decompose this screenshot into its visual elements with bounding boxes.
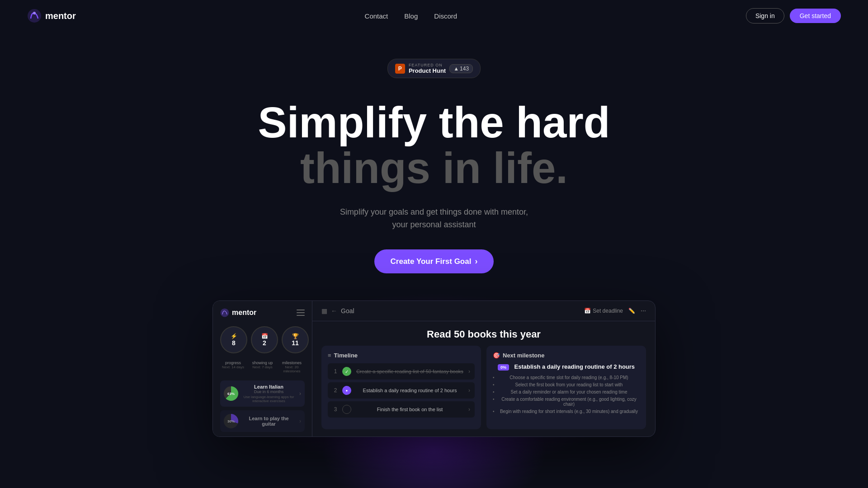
navbar: mentor Contact Blog Discord Sign in Get … [0, 0, 868, 32]
set-deadline-action[interactable]: 📅 Set deadline [584, 308, 623, 314]
cta-label: Create Your First Goal [391, 257, 472, 266]
goal-info-italian: Learn Italian Due in 6 months Use langua… [242, 384, 296, 403]
milestone-step-1: Choose a specific time slot for daily re… [493, 375, 640, 380]
ph-arrow: ▲ [453, 66, 459, 72]
stat-progress: ⚡ 8 [220, 326, 247, 353]
milestone-steps-list: Choose a specific time slot for daily re… [493, 375, 640, 414]
milestone-panel-title: Next milestone [503, 352, 544, 359]
sidebar-header: mentor [220, 308, 305, 317]
timeline-text-2: Establish a daily reading routine of 2 h… [355, 388, 465, 393]
timeline-item-2[interactable]: 2 ● Establish a daily reading routine of… [328, 382, 475, 399]
milestone-badge: 0% [498, 364, 509, 371]
goal-arrow-icon: › [299, 390, 301, 397]
milestone-step-4: Create a comfortable reading environment… [493, 397, 640, 407]
goal-arrow-guitar-icon: › [299, 418, 301, 424]
goal-progress-value: 63% [227, 392, 235, 396]
goal-progress-circle: 63% [224, 386, 238, 401]
sidebar-menu-icon[interactable] [297, 310, 305, 316]
svg-point-2 [221, 309, 229, 317]
set-deadline-label: Set deadline [593, 308, 623, 314]
stats-labels: progress Next: 14 days showing up Next: … [220, 361, 305, 373]
timeline-arrow-2-icon: › [468, 387, 470, 394]
milestone-title: 0% Establish a daily reading routine of … [493, 363, 640, 371]
stat-showing-up: 📅 2 [251, 326, 278, 353]
stat-milestones: 🏆 11 [282, 326, 309, 353]
nav-actions: Sign in Get started [746, 8, 841, 23]
stat-showing-icon: 📅 [261, 333, 268, 339]
timeline-panel-header: ≡ Timeline [328, 352, 475, 359]
timeline-arrow-3-icon: › [468, 406, 470, 413]
logo-icon [27, 9, 42, 23]
timeline-check-3 [342, 405, 351, 414]
logo: mentor [27, 9, 76, 23]
topbar-right: 📅 Set deadline ✏️ ⋯ [584, 308, 646, 314]
calendar-icon: 📅 [584, 308, 591, 314]
goal-title-guitar: Learn to play the guitar [242, 416, 296, 427]
hero-section: P FEATURED ON Product Hunt ▲ 143 Simplif… [0, 32, 868, 473]
topbar-back-icon[interactable]: ← [331, 307, 337, 314]
nav-blog[interactable]: Blog [404, 12, 418, 20]
milestone-panel-header: 🎯 Next milestone [493, 352, 640, 359]
producthunt-icon: P [395, 64, 405, 74]
ph-featured-text: FEATURED ON [409, 63, 443, 67]
timeline-panel-title: Timeline [334, 352, 358, 359]
hero-subtitle-line1: Simplify your goals and get things done … [340, 207, 528, 216]
svg-point-0 [28, 9, 41, 23]
hero-title: Simplify the hard things in life. [258, 100, 610, 191]
stat-showing-value: 2 [263, 339, 266, 347]
goal-main-title: Read 50 books this year [312, 321, 655, 346]
hero-subtitle-line2: your personal assistant [392, 220, 476, 229]
timeline-check-2: ● [342, 386, 351, 395]
ph-count: ▲ 143 [449, 64, 473, 73]
timeline-icon: ≡ [328, 352, 331, 359]
goal-item-guitar[interactable]: 30% Learn to play the guitar › [220, 410, 305, 432]
nav-links: Contact Blog Discord [365, 12, 458, 20]
logo-text: mentor [45, 11, 76, 21]
milestone-panel: 🎯 Next milestone 0% Establish a daily re… [486, 346, 646, 429]
timeline-item-1[interactable]: 1 ✓ Create a specific reading list of 50… [328, 363, 475, 380]
goal-title-italian: Learn Italian [242, 384, 296, 389]
stat-label-showingup: showing up Next: 7 days [250, 361, 275, 373]
milestone-step-5: Begin with reading for short intervals (… [493, 409, 640, 414]
stat-progress-icon: ⚡ [231, 333, 237, 339]
milestone-step-3: Set a daily reminder or alarm for your c… [493, 389, 640, 394]
topbar-left: ▦ ← Goal [321, 307, 354, 314]
goal-progress-circle-guitar: 30% [224, 414, 238, 428]
nav-discord[interactable]: Discord [434, 12, 457, 20]
app-preview: mentor ⚡ 8 📅 2 [212, 300, 656, 437]
hero-title-line1: Simplify the hard [258, 98, 610, 146]
producthunt-label: FEATURED ON Product Hunt [409, 63, 446, 74]
timeline-text-1: Create a specific reading list of 50 fan… [355, 369, 465, 374]
nav-contact[interactable]: Contact [365, 12, 388, 20]
timeline-text-3: Finish the first book on the list [355, 407, 465, 412]
ph-name: Product Hunt [409, 67, 446, 74]
sidebar-logo: mentor [220, 308, 256, 317]
stat-progress-value: 8 [232, 339, 236, 347]
stat-label-milestones: milestones Next: 20 milestones [279, 361, 305, 373]
stat-milestones-value: 11 [292, 339, 299, 347]
topbar-grid-icon: ▦ [321, 307, 327, 314]
product-hunt-badge[interactable]: P FEATURED ON Product Hunt ▲ 143 [387, 59, 481, 78]
hero-title-line2: things in life. [300, 144, 568, 192]
goal-info-guitar: Learn to play the guitar [242, 416, 296, 427]
milestone-step-2: Select the first book from your reading … [493, 382, 640, 387]
milestone-title-text: Establish a daily reading routine of 2 h… [514, 363, 635, 370]
topbar-breadcrumb: Goal [341, 307, 354, 314]
edit-icon[interactable]: ✏️ [628, 308, 635, 314]
sidebar-logo-icon [220, 308, 229, 317]
timeline-panel: ≡ Timeline 1 ✓ Create a specific reading… [321, 346, 481, 429]
getstarted-button[interactable]: Get started [790, 9, 841, 23]
goal-due-italian: Due in 6 months [242, 389, 296, 394]
timeline-arrow-1-icon: › [468, 368, 470, 375]
cta-arrow-icon: › [475, 257, 477, 266]
signin-button[interactable]: Sign in [746, 8, 784, 23]
timeline-check-1: ✓ [342, 367, 351, 376]
cta-button[interactable]: Create Your First Goal › [374, 249, 494, 273]
ph-number: 143 [460, 66, 469, 72]
hero-subtitle: Simplify your goals and get things done … [340, 206, 528, 232]
more-icon[interactable]: ⋯ [641, 308, 646, 314]
timeline-item-3[interactable]: 3 Finish the first book on the list › [328, 401, 475, 418]
milestone-icon: 🎯 [493, 352, 500, 359]
goal-item-italian[interactable]: 63% Learn Italian Due in 6 months Use la… [220, 380, 305, 407]
svg-point-1 [33, 12, 36, 14]
